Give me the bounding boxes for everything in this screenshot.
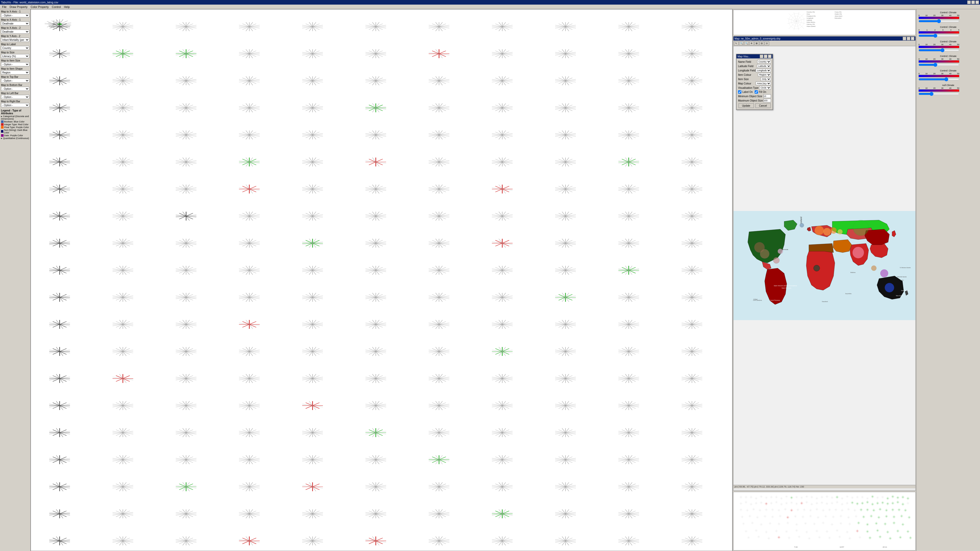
- scatter-plot-area[interactable]: /* glyphs generated below */: [30, 9, 732, 551]
- svg-text:Latitude: Latitude: [807, 19, 812, 21]
- maximize-button[interactable]: □: [971, 0, 975, 4]
- svg-text:New Caledonia: New Caledonia: [901, 290, 910, 291]
- dialog-select-item-colour[interactable]: Region: [758, 73, 771, 76]
- map-bubble-eur4: [837, 229, 842, 234]
- map-vis-dialog: Map Visu... _ □ ✕ Name Field Country: [736, 54, 773, 110]
- sidebar-select-2[interactable]: Deathrate: [1, 30, 29, 34]
- map-tool-7[interactable]: ⊙: [765, 41, 769, 45]
- dialog-label-item-colour: Item Colour: [738, 73, 758, 76]
- dialog-input-max-size[interactable]: [763, 99, 771, 102]
- sidebar-select-7[interactable]: Region: [1, 70, 29, 75]
- legend-group-4: Control: Climate 01020304050: [918, 69, 978, 82]
- radar-panel: Country (%) Area Cropland (%) Longitude …: [733, 10, 916, 35]
- title-bar: TabuVis - File: world_statvision.com_lat…: [0, 0, 980, 5]
- legend-slider-3[interactable]: [918, 63, 959, 67]
- sidebar-select-10[interactable]: - Option -: [1, 95, 29, 99]
- map-tool-3[interactable]: 🔍: [744, 41, 749, 45]
- sidebar-select-8[interactable]: - Option -: [1, 79, 29, 83]
- menu-draw-property[interactable]: Draw Property: [8, 5, 29, 9]
- map-bubble-russia: [853, 220, 869, 236]
- map-bubble-carib: [773, 257, 780, 263]
- svg-text:Seychelles: Seychelles: [845, 293, 852, 294]
- legend-group-title-0: Control: Climate: [918, 11, 978, 14]
- svg-text:Kiribati: Kiribati: [753, 299, 757, 300]
- menu-file[interactable]: File: [0, 5, 8, 9]
- sidebar-label-7: Map to Item Shape: [1, 67, 29, 70]
- dialog-cancel-btn[interactable]: Cancel: [756, 103, 771, 108]
- dialog-label-lat: Latitude Field: [738, 65, 757, 68]
- map-tool-5[interactable]: ⊞: [754, 41, 759, 45]
- dialog-select-lon[interactable]: Longitude: [756, 68, 771, 72]
- dialog-select-map-colour[interactable]: Area (sq.mi.): [756, 82, 771, 85]
- close-button[interactable]: ✕: [975, 0, 979, 4]
- menu-control[interactable]: Control: [50, 5, 62, 9]
- sidebar-select-6[interactable]: - Option -: [1, 62, 29, 66]
- legend-slider-1[interactable]: [918, 34, 959, 38]
- sidebar-section-1: Map to X-Axis - 1 Deathrate: [1, 18, 29, 25]
- legend-group-title-5: null Climate: [918, 84, 978, 86]
- dialog-select-lat[interactable]: Latitude: [757, 64, 771, 68]
- legend-group-1: Control: Climate 012345: [918, 26, 978, 38]
- sidebar-select-1[interactable]: Deathrate: [1, 21, 29, 25]
- sidebar-select-5[interactable]: Literacy (%): [1, 54, 29, 58]
- svg-text:Longitude: Longitude: [807, 17, 814, 19]
- dialog-input-min-size[interactable]: [763, 94, 771, 98]
- map-tool-6[interactable]: ⊟: [759, 41, 764, 45]
- svg-rect-87: [736, 492, 913, 550]
- legend-slider-4[interactable]: [918, 77, 959, 81]
- svg-text:Saint St Lucia: Saint St Lucia: [781, 287, 791, 289]
- dialog-minimize-btn[interactable]: _: [760, 55, 763, 58]
- menu-help[interactable]: Help: [62, 5, 71, 9]
- menu-color-property[interactable]: Color Property: [29, 5, 50, 9]
- map-bubble-australia: [885, 283, 894, 292]
- sidebar-section-2: Map to X-Axis - 2 Deathrate: [1, 27, 29, 34]
- dialog-checkbox-fill[interactable]: [755, 90, 758, 94]
- legend-slider-labels-0: 01020304050: [918, 14, 959, 17]
- dialog-row-map-colour: Map Colour Area (sq.mi.): [738, 82, 771, 85]
- dialog-close-btn[interactable]: ✕: [768, 55, 772, 58]
- dialog-update-btn[interactable]: Update: [738, 103, 754, 108]
- dialog-label-name: Name Field: [738, 60, 757, 63]
- dialog-checkbox-label[interactable]: [738, 90, 741, 94]
- right-panel: Country (%) Area Cropland (%) Longitude …: [732, 9, 916, 551]
- minimize-button[interactable]: _: [967, 0, 971, 4]
- map-title-bar: Map: ne_50m_admin_0_sovereignty.shp _ □ …: [733, 37, 915, 41]
- map-bubble-iceland: [800, 223, 804, 227]
- map-maximize-btn[interactable]: □: [907, 37, 910, 40]
- sidebar-select-9[interactable]: - Option -: [1, 87, 29, 91]
- sidebar-label-9: Map to Bottom Bar: [1, 84, 29, 86]
- dialog-select-vis-type[interactable]: Circle: [759, 86, 771, 89]
- map-coordinates: pt=(-59.96, -47.75) pt=(-79.12, 333.34) …: [735, 486, 804, 488]
- sidebar-select-3[interactable]: Infant Mortality (per: [1, 38, 29, 42]
- map-tool-4[interactable]: ✛: [749, 41, 754, 45]
- svg-text:New Guinea: New Guinea: [896, 295, 903, 297]
- svg-text:Libya (Qatar): Libya (Qatar): [807, 25, 816, 27]
- legend-title: Legend - Type of Attributes: [1, 109, 29, 115]
- map-tool-2[interactable]: 🔍: [739, 41, 744, 45]
- map-minimize-btn[interactable]: _: [903, 37, 906, 40]
- sidebar-label-3: Map to Y-Axis - 2: [1, 35, 29, 38]
- legend-slider-2[interactable]: [918, 48, 959, 52]
- legend-colorbar-3: [918, 60, 959, 63]
- dialog-select-item-size[interactable]: Only: [760, 77, 771, 81]
- sidebar-select-11[interactable]: - Option -: [1, 103, 29, 107]
- dialog-maximize-btn[interactable]: □: [764, 55, 767, 58]
- world-map-svg: Iceland Bermuda: [733, 46, 915, 485]
- sidebar-select-0[interactable]: - Option -: [1, 13, 29, 17]
- legend-colorbar-0: [918, 17, 959, 19]
- dialog-select-name[interactable]: Country: [757, 60, 771, 64]
- sidebar-select-4[interactable]: Country: [1, 46, 29, 50]
- map-tool-1[interactable]: ↖: [734, 41, 738, 45]
- svg-text:22:11: 22:11: [883, 546, 887, 548]
- svg-text:Maldives: Maldives: [850, 272, 856, 273]
- map-close-btn[interactable]: ✕: [911, 37, 915, 40]
- dialog-row-lat: Latitude Field Latitude: [738, 64, 771, 68]
- dialog-label-vis-type: Visualisation Type: [738, 86, 759, 89]
- legend-slider-5[interactable]: [918, 92, 959, 96]
- right-legend-panel: Control: Climate 01020304050 Control: Cl…: [916, 9, 980, 551]
- dialog-row-label-on: Label On Fill On: [738, 90, 771, 94]
- svg-text:Bermuda: Bermuda: [782, 248, 788, 250]
- legend-slider-0[interactable]: [918, 19, 959, 23]
- svg-text:Saint Vincent and the Grenadin: Saint Vincent and the Grenadines: [774, 285, 797, 286]
- map-container: Map: ne_50m_admin_0_sovereignty.shp _ □ …: [733, 36, 916, 491]
